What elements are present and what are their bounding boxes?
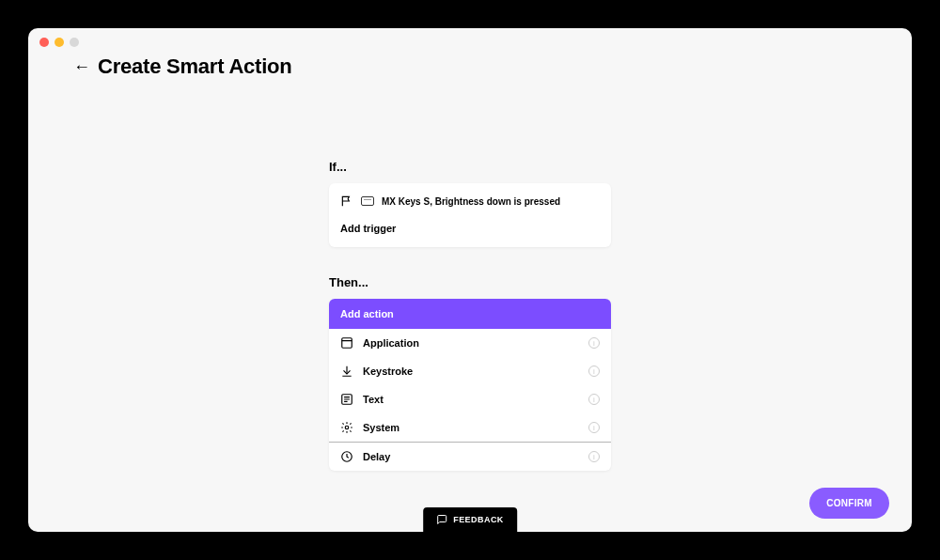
- action-label: Text: [363, 394, 579, 405]
- svg-point-6: [345, 426, 349, 429]
- action-option-text[interactable]: Text i: [329, 385, 611, 413]
- chat-icon: [436, 514, 447, 525]
- keystroke-icon: [340, 365, 353, 378]
- minimize-window-button[interactable]: [55, 38, 64, 47]
- maximize-window-button[interactable]: [70, 38, 79, 47]
- action-option-delay[interactable]: Delay i: [329, 443, 611, 471]
- action-option-application[interactable]: Application i: [329, 329, 611, 357]
- action-label: Delay: [363, 451, 579, 462]
- action-list: Application i Keystroke i: [329, 329, 611, 471]
- clock-icon: [340, 450, 353, 463]
- text-icon: [340, 393, 353, 406]
- action-option-system[interactable]: System i: [329, 413, 611, 442]
- info-icon[interactable]: i: [588, 422, 600, 433]
- then-section: Then... Add action Application i: [329, 275, 611, 471]
- add-trigger-button[interactable]: Add trigger: [329, 213, 611, 247]
- info-icon[interactable]: i: [588, 394, 600, 405]
- action-label: Keystroke: [363, 366, 579, 377]
- action-card: Add action Application i: [329, 299, 611, 471]
- info-icon[interactable]: i: [588, 451, 600, 462]
- app-window: ← Create Smart Action If... MX Keys S, B…: [28, 28, 912, 532]
- keyboard-icon: [361, 196, 374, 206]
- trigger-description: MX Keys S, Brightness down is pressed: [382, 196, 560, 207]
- page-title: Create Smart Action: [98, 54, 292, 79]
- window-controls: [39, 38, 79, 47]
- feedback-label: FEEDBACK: [453, 515, 504, 524]
- trigger-row[interactable]: MX Keys S, Brightness down is pressed: [329, 183, 611, 213]
- info-icon[interactable]: i: [588, 366, 600, 377]
- if-section: If... MX Keys S, Brightness down is pres…: [329, 160, 611, 247]
- trigger-card: MX Keys S, Brightness down is pressed Ad…: [329, 183, 611, 247]
- then-label: Then...: [329, 275, 611, 289]
- action-label: System: [363, 422, 579, 433]
- action-option-keystroke[interactable]: Keystroke i: [329, 357, 611, 385]
- application-icon: [340, 336, 353, 350]
- gear-icon: [340, 421, 353, 434]
- main-content: If... MX Keys S, Brightness down is pres…: [329, 160, 611, 471]
- info-icon[interactable]: i: [588, 337, 600, 349]
- feedback-button[interactable]: FEEDBACK: [423, 507, 517, 532]
- confirm-button[interactable]: CONFIRM: [809, 488, 889, 519]
- page-header: ← Create Smart Action: [73, 54, 292, 79]
- if-label: If...: [329, 160, 611, 174]
- flag-icon: [340, 194, 353, 208]
- back-button[interactable]: ←: [73, 58, 90, 75]
- action-label: Application: [363, 337, 579, 349]
- close-window-button[interactable]: [39, 38, 49, 47]
- svg-rect-0: [342, 338, 352, 349]
- confirm-label: CONFIRM: [826, 498, 872, 508]
- add-action-header: Add action: [329, 299, 611, 329]
